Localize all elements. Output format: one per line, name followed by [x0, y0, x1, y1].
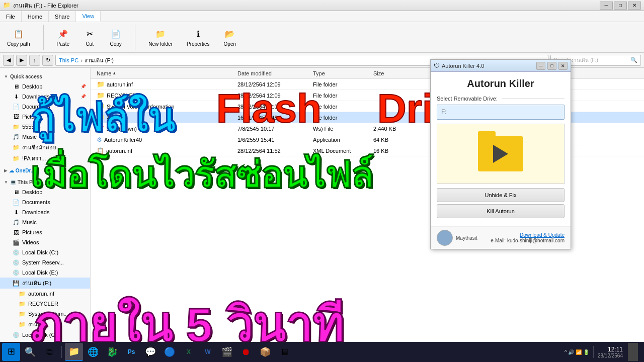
- minimize-button[interactable]: ─: [600, 2, 613, 10]
- app-icon: 📁: [3, 2, 11, 10]
- word-btn[interactable]: W: [199, 343, 217, 361]
- search-taskbar-button[interactable]: 🔍: [21, 343, 39, 361]
- sidebar-item-pc-music[interactable]: 🎵 Music: [0, 217, 90, 227]
- sidebar-item-555556[interactable]: 📁 555556: [0, 122, 90, 132]
- edge-browser-btn[interactable]: 🌐: [84, 343, 102, 361]
- close-button[interactable]: ✕: [628, 2, 641, 10]
- col-header-date[interactable]: Date modified: [235, 70, 311, 76]
- sidebar-item-pc-desktop[interactable]: 🖥 Desktop: [0, 187, 90, 197]
- sidebar-item-pictures[interactable]: 🖼 Pictures 📌: [0, 112, 90, 122]
- onedrive-arrow: ▶: [4, 168, 7, 173]
- sidebar-section-onedrive[interactable]: ▶ ☁ OneDr...: [0, 166, 90, 175]
- ribbon-btn-new-folder[interactable]: 📁 New folder: [145, 26, 176, 49]
- taskbar-tray: ^ 🔊 📶 🔋 12:11 28/12/2564: [560, 343, 642, 361]
- title-bar: 📁 งานเดิน (F:) - File Explorer ─ □ ✕: [0, 0, 644, 11]
- media-player-btn[interactable]: 🎬: [218, 343, 236, 361]
- sidebar-item-pc-downloads[interactable]: ⬇ Downloads: [0, 207, 90, 217]
- ribbon-btn-copy-path[interactable]: 📋 Copy path: [4, 26, 33, 49]
- sidebar-item-disk-c-label: Local Disk (C:): [22, 249, 58, 255]
- ribbon-btn-paste[interactable]: 📌 Paste: [54, 26, 73, 49]
- sidebar-item-music[interactable]: 🎵 Music: [0, 132, 90, 142]
- sidebar-item-f-ngan[interactable]: 📁 งานเดิน: [0, 319, 90, 330]
- pc-music-icon: 🎵: [12, 218, 20, 226]
- sidebar-item-pa[interactable]: 📁 !PA ดรา...: [0, 153, 90, 164]
- col-header-name[interactable]: Name ▲: [95, 70, 235, 76]
- window-title: งานเดิน (F:) - File Explorer: [13, 1, 641, 10]
- sidebar-item-pc-documents[interactable]: 📄 Documents: [0, 197, 90, 207]
- sidebar-item-drive-f[interactable]: 💾 งานเดิน (F:): [0, 278, 90, 289]
- terminal-btn[interactable]: 🖥: [275, 343, 293, 361]
- record-btn[interactable]: ⏺: [237, 343, 255, 361]
- file-type-recycler: File folder: [311, 93, 371, 99]
- sidebar-item-pc-videos[interactable]: 🎬 Videos: [0, 237, 90, 247]
- start-button[interactable]: ⊞: [2, 343, 20, 361]
- aw-footer-author: Maythasit: [437, 230, 477, 246]
- ribbon-tab-file[interactable]: File: [0, 11, 22, 22]
- unknown-app-btn[interactable]: 🐉: [103, 343, 121, 361]
- sidebar-item-system-reserved[interactable]: 💿 System Reserv...: [0, 257, 90, 267]
- ribbon-btn-open[interactable]: 📂 Open: [221, 26, 239, 49]
- aw-action-btn-2[interactable]: Kill Autorun: [437, 204, 565, 218]
- ribbon-btn-copy[interactable]: 📄 Copy: [107, 26, 125, 49]
- archive-btn[interactable]: 📦: [256, 343, 274, 361]
- file-type-ngan: File folder: [311, 115, 371, 121]
- cut-label: Cut: [86, 41, 94, 47]
- up-button[interactable]: ↑: [29, 55, 40, 66]
- chrome-btn[interactable]: 🔵: [160, 343, 179, 361]
- aw-drive-selector[interactable]: F:: [437, 105, 565, 120]
- system-clock[interactable]: 12:11 28/12/2564: [598, 346, 623, 358]
- aw-action-btn-1[interactable]: Unhide & Fix: [437, 188, 565, 202]
- col-size-label: Size: [373, 70, 384, 76]
- ribbon: File Home Share View 📋 Copy path 📌 Paste…: [0, 11, 644, 53]
- show-desktop-button[interactable]: [628, 343, 638, 361]
- file-name-recycler: 📁RECYCLER: [95, 92, 235, 99]
- ribbon-tab-home[interactable]: Home: [22, 11, 49, 22]
- col-header-type[interactable]: Type: [311, 70, 371, 76]
- music-icon: 🎵: [12, 133, 20, 141]
- sidebar-item-documents-label: Documents: [22, 104, 50, 110]
- ribbon-btn-properties[interactable]: ℹ Properties: [184, 26, 213, 49]
- file-explorer-taskbar-btn[interactable]: 📁: [65, 343, 83, 361]
- sidebar-item-works[interactable]: 📁 งานชื่อมักสอบ...: [0, 142, 90, 153]
- sidebar-section-thispc[interactable]: ▼ 💻 This PC: [0, 177, 90, 187]
- sidebar-item-f-autorun[interactable]: 📁 autorun.inf: [0, 289, 90, 299]
- sidebar-item-disk-e[interactable]: 💿 Local Disk (E:): [0, 267, 90, 278]
- sidebar-item-documents[interactable]: 📄 Documents: [0, 102, 90, 112]
- sidebar-item-disk-c[interactable]: 💿 Local Disk (C:): [0, 247, 90, 257]
- aw-minimize-button[interactable]: ─: [536, 62, 545, 70]
- maximize-button[interactable]: □: [614, 2, 627, 10]
- aw-icon: 🛡: [434, 62, 440, 69]
- sidebar-item-pc-pictures[interactable]: 🖼 Pictures: [0, 227, 90, 237]
- ribbon-btn-cut[interactable]: ✂ Cut: [80, 26, 99, 49]
- aw-close-button[interactable]: ✕: [558, 62, 568, 70]
- back-button[interactable]: ◀: [3, 55, 14, 66]
- ribbon-tab-view[interactable]: View: [76, 11, 101, 22]
- sidebar-item-downloads[interactable]: ⬇ Downloads 📌: [0, 92, 90, 102]
- sidebar-item-f-recycler[interactable]: 📁 RECYCLER: [0, 299, 90, 309]
- aw-download-link[interactable]: Download & Update: [491, 232, 565, 238]
- ribbon-tab-share[interactable]: Share: [49, 11, 76, 22]
- aw-maximize-button[interactable]: □: [547, 62, 556, 70]
- path-part-drive[interactable]: งานเดิน (F:): [85, 56, 114, 65]
- sidebar-item-desktop[interactable]: 🖥 Desktop 📌: [0, 81, 90, 92]
- path-part-thispc[interactable]: This PC: [59, 57, 78, 63]
- sidebar-item-f-sysvolume-label: System Volum...: [28, 311, 68, 317]
- excel-btn[interactable]: X: [180, 343, 198, 361]
- aw-heading: Autorun Killer: [437, 78, 565, 89]
- clock-date: 28/12/2564: [598, 353, 623, 358]
- line-app-btn[interactable]: 💬: [141, 343, 159, 361]
- file-name-autorun-inf: 📁autorun.inf: [95, 80, 235, 88]
- search-icon: 🔍: [630, 57, 637, 63]
- sidebar-item-f-sysvolume[interactable]: 📁 System Volum...: [0, 309, 90, 319]
- forward-button[interactable]: ▶: [16, 55, 27, 66]
- sidebar-item-disk-g[interactable]: 💿 Local Disk (G:): [0, 330, 90, 340]
- task-view-button[interactable]: ⧉: [40, 343, 58, 361]
- file-type-autorun-inf: File folder: [311, 81, 371, 87]
- refresh-button[interactable]: ↻: [42, 55, 53, 66]
- file-size-autorun-xml: 16 KB: [371, 148, 422, 154]
- sidebar-item-pc-documents-label: Documents: [22, 199, 50, 205]
- photoshop-btn[interactable]: Ps: [122, 343, 140, 361]
- sidebar-section-quick-access[interactable]: ▼ Quick access: [0, 72, 90, 81]
- sidebar-item-f-ngan-label: งานเดิน: [28, 320, 47, 329]
- col-header-size[interactable]: Size: [371, 70, 422, 76]
